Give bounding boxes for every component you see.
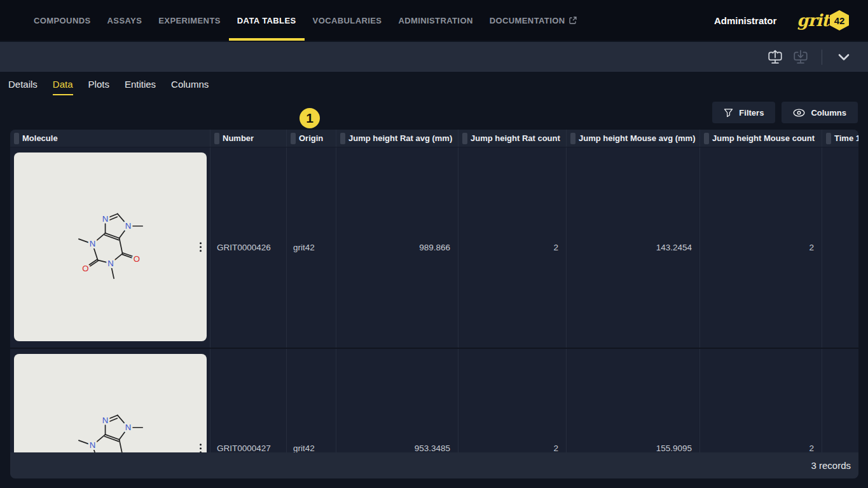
column-header-origin[interactable]: Origin <box>287 130 336 147</box>
column-header-time10[interactable]: Time 10 <box>822 130 858 147</box>
column-label: Jump height Rat count <box>471 133 560 143</box>
origin-cell: grit42 <box>287 147 336 348</box>
columns-button[interactable]: Columns <box>782 102 858 123</box>
column-header-mouse-avg[interactable]: Jump height Mouse avg (mm) <box>567 130 700 147</box>
nav-assays[interactable]: ASSAYS <box>99 0 151 41</box>
column-header-mouse-count[interactable]: Jump height Mouse count <box>700 130 822 147</box>
molecule-cell: N N N N O O <box>10 147 210 348</box>
column-header-rat-count[interactable]: Jump height Rat count <box>458 130 567 147</box>
tab-plots[interactable]: Plots <box>88 79 109 95</box>
filters-button[interactable]: Filters <box>712 102 775 123</box>
column-drag-handle[interactable] <box>570 133 575 144</box>
external-link-icon <box>569 17 577 24</box>
column-label: Jump height Rat avg (mm) <box>348 133 452 143</box>
table-actions: Filters Columns <box>712 102 858 123</box>
mouse-avg-cell: 143.2454 <box>567 147 700 348</box>
tab-bar: Details Data Plots Entities Columns <box>8 79 209 95</box>
chevron-down-icon <box>835 49 853 65</box>
main-menu: COMPOUNDS ASSAYS EXPERIMENTS DATA TABLES… <box>0 0 585 41</box>
row-kebab-menu[interactable] <box>198 442 203 452</box>
download-monitor-icon <box>792 49 809 65</box>
app-window: COMPOUNDS ASSAYS EXPERIMENTS DATA TABLES… <box>0 0 868 488</box>
import-button[interactable] <box>766 48 785 67</box>
time10-cell <box>822 349 858 452</box>
nav-data-tables[interactable]: DATA TABLES <box>229 0 305 41</box>
molecule-structure-caffeine: N N N N O O <box>14 354 207 452</box>
column-header-molecule[interactable]: Molecule <box>10 130 210 147</box>
logo-wordmark: grit <box>797 11 829 30</box>
table-body: N N N N O O GRIT0000426 grit42 989. <box>10 147 858 452</box>
molecule-structure-caffeine: N N N N O O <box>14 152 207 341</box>
nav-experiments[interactable]: EXPERIMENTS <box>150 0 229 41</box>
caffeine-structure-drawing: N N N N O O <box>72 410 149 453</box>
table-row[interactable]: N N N N O O GRIT0000426 grit42 989. <box>10 147 858 348</box>
table-header-row: Molecule Number Origin Jump height Rat a… <box>10 130 858 147</box>
column-drag-handle[interactable] <box>340 133 345 144</box>
collapse-panel-button[interactable] <box>834 48 854 67</box>
column-drag-handle[interactable] <box>462 133 467 144</box>
rat-count-cell: 2 <box>458 147 567 348</box>
nav-documentation-label: DOCUMENTATION <box>490 16 565 25</box>
tab-columns[interactable]: Columns <box>171 79 209 95</box>
origin-cell: grit42 <box>287 349 336 452</box>
columns-label: Columns <box>811 108 846 118</box>
tab-entities[interactable]: Entities <box>125 79 156 95</box>
column-header-rat-avg[interactable]: Jump height Rat avg (mm) <box>336 130 458 147</box>
svg-text:N: N <box>125 221 131 231</box>
eye-icon <box>793 109 805 117</box>
column-drag-handle[interactable] <box>704 133 709 144</box>
svg-text:N: N <box>89 440 95 450</box>
svg-text:N: N <box>89 239 95 248</box>
column-label: Jump height Mouse count <box>712 133 815 143</box>
svg-text:O: O <box>133 254 139 263</box>
user-menu[interactable]: Administrator <box>714 15 776 26</box>
nav-compounds[interactable]: COMPOUNDS <box>25 0 99 41</box>
logo-hexagon-badge: 42 <box>830 10 849 30</box>
annotation-marker-1: 1 <box>300 108 320 128</box>
svg-text:O: O <box>82 263 88 273</box>
entity-toolbar <box>0 42 868 72</box>
tab-details[interactable]: Details <box>8 79 38 95</box>
svg-text:N: N <box>102 214 108 223</box>
funnel-icon <box>724 108 733 118</box>
table-footer: 3 records <box>10 452 858 478</box>
number-cell: GRIT0000426 <box>210 147 287 348</box>
column-drag-handle[interactable] <box>826 133 831 144</box>
mouse-count-cell: 2 <box>700 349 822 452</box>
top-navigation: COMPOUNDS ASSAYS EXPERIMENTS DATA TABLES… <box>0 0 868 41</box>
column-drag-handle[interactable] <box>291 133 296 144</box>
svg-text:N: N <box>107 258 114 268</box>
svg-text:N: N <box>102 415 108 424</box>
column-header-number[interactable]: Number <box>210 130 287 147</box>
column-drag-handle[interactable] <box>14 133 19 144</box>
toolbar-divider <box>822 50 822 65</box>
rat-avg-cell: 989.866 <box>336 147 458 348</box>
nav-administration[interactable]: ADMINISTRATION <box>390 0 481 41</box>
data-table: Molecule Number Origin Jump height Rat a… <box>10 130 858 478</box>
rat-count-cell: 2 <box>458 349 567 452</box>
nav-documentation[interactable]: DOCUMENTATION <box>481 0 585 41</box>
column-drag-handle[interactable] <box>214 133 219 144</box>
grit42-logo[interactable]: grit 42 <box>797 10 849 30</box>
time10-cell <box>822 147 858 348</box>
filters-label: Filters <box>739 108 764 118</box>
mouse-avg-cell: 155.9095 <box>567 349 700 452</box>
nav-right: Administrator grit 42 <box>714 0 868 41</box>
row-kebab-menu[interactable] <box>198 241 203 254</box>
record-count: 3 records <box>811 460 851 471</box>
caffeine-structure-drawing: N N N N O O <box>72 208 149 286</box>
column-label: Origin <box>299 133 323 143</box>
export-button[interactable] <box>791 48 810 67</box>
tab-data[interactable]: Data <box>53 79 73 95</box>
table-row[interactable]: N N N N O O GRIT0000427 grit42 953. <box>10 348 858 452</box>
column-label: Number <box>223 133 254 143</box>
column-label: Molecule <box>22 133 58 143</box>
svg-text:N: N <box>125 423 131 432</box>
mouse-count-cell: 2 <box>700 147 822 348</box>
number-cell: GRIT0000427 <box>210 349 287 452</box>
column-label: Time 10 <box>834 133 858 143</box>
column-label: Jump height Mouse avg (mm) <box>579 133 695 143</box>
nav-vocabularies[interactable]: VOCABULARIES <box>305 0 390 41</box>
rat-avg-cell: 953.3485 <box>336 349 458 452</box>
upload-monitor-icon <box>767 49 783 65</box>
